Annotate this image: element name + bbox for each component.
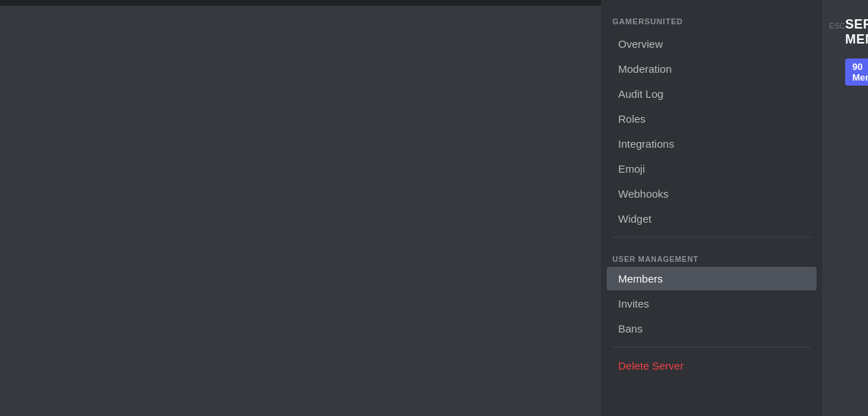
nav-label-overview: Overview xyxy=(618,38,663,50)
nav-item-webhooks[interactable]: Webhooks xyxy=(607,182,817,206)
nav-label-integrations: Integrations xyxy=(618,138,674,150)
nav-label-members: Members xyxy=(618,273,663,285)
nav-label-bans: Bans xyxy=(618,323,642,335)
nav-item-widget[interactable]: Widget xyxy=(607,207,817,230)
nav-label-webhooks: Webhooks xyxy=(618,188,669,200)
nav-label-widget: Widget xyxy=(618,213,652,225)
esc-label: ESC xyxy=(829,21,845,30)
divider-2 xyxy=(612,347,811,347)
nav-item-integrations[interactable]: Integrations xyxy=(607,132,817,156)
nav-item-emoji[interactable]: Emoji xyxy=(607,157,817,181)
nav-item-moderation[interactable]: Moderation xyxy=(607,57,817,81)
server-name: GAMERSUNITED xyxy=(601,11,822,31)
nav-item-roles[interactable]: Roles xyxy=(607,107,817,131)
nav-item-members[interactable]: Members xyxy=(607,267,817,290)
divider-1 xyxy=(612,237,811,238)
nav-label-emoji: Emoji xyxy=(618,163,645,175)
user-management-label: USER MANAGEMENT xyxy=(601,243,822,266)
top-bar xyxy=(0,0,601,6)
nav-label-invites: Invites xyxy=(618,298,649,310)
nav-label-audit-log: Audit Log xyxy=(618,88,663,100)
nav-item-invites[interactable]: Invites xyxy=(607,292,817,315)
nav-label-roles: Roles xyxy=(618,113,645,125)
nav-item-audit-log[interactable]: Audit Log xyxy=(607,82,817,106)
close-button-area: × ESC xyxy=(829,17,845,30)
nav-item-overview[interactable]: Overview xyxy=(607,32,817,56)
nav-label-moderation: Moderation xyxy=(618,63,672,75)
nav-item-delete-server[interactable]: Delete Server xyxy=(607,354,817,377)
sidebar: GAMERSUNITED Overview Moderation Audit L… xyxy=(601,0,822,416)
nav-item-bans[interactable]: Bans xyxy=(607,317,817,340)
nav-label-delete-server: Delete Server xyxy=(618,360,684,372)
main-content: × ESC SERVER MEMBERS 90 Members Prune Di… xyxy=(822,0,868,416)
members-count-badge: 90 Members xyxy=(845,59,868,86)
